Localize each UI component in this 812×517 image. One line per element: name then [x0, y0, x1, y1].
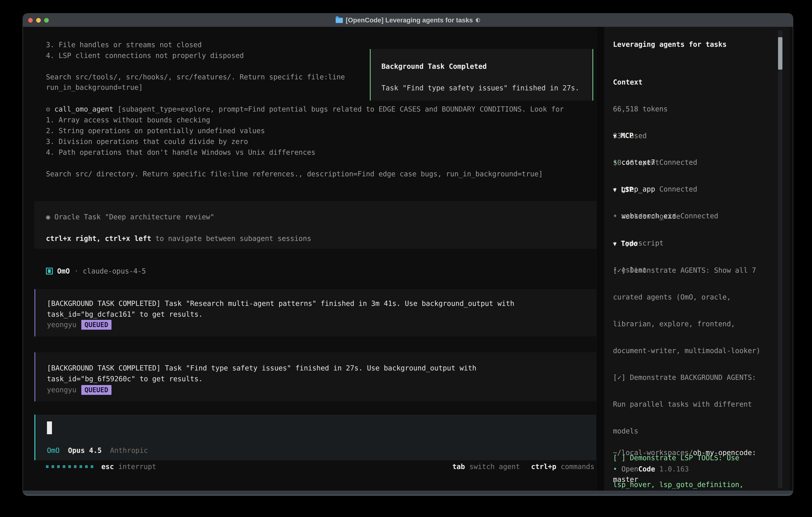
- separator-dot: ·: [74, 267, 78, 275]
- transcript-line: Search src/tools/, src/hooks/, src/featu…: [46, 72, 345, 82]
- tab-key-hint: tab: [452, 463, 465, 471]
- bg-task-meta: yeongyu QUEUED: [47, 318, 112, 331]
- tool-call-item: 4. Path operations that don't handle Win…: [46, 147, 316, 158]
- transcript-line: 3. File handles or streams not closed: [46, 39, 202, 50]
- bg-task-line: [BACKGROUND TASK COMPLETED] Task "Resear…: [47, 298, 514, 309]
- todo-line: [✓] Demonstrate AGENTS: Show all 7: [613, 265, 769, 276]
- bg-task-meta: yeongyu QUEUED: [47, 383, 112, 396]
- bullet-icon: •: [613, 465, 617, 473]
- sidebar-scrollbar-thumb[interactable]: [778, 37, 782, 70]
- esc-key-label: interrupt: [118, 463, 156, 471]
- active-agent: OmO: [47, 446, 60, 455]
- esc-key-hint: esc: [101, 463, 114, 471]
- tool-call-item: 2. String operations on potentially unde…: [46, 125, 265, 136]
- lsp-item: • markdown-oxide: [613, 211, 680, 222]
- toast-title: Background Task Completed: [381, 61, 592, 72]
- username: yeongyu: [47, 386, 77, 394]
- bg-task-message: [BACKGROUND TASK COMPLETED] Task "Resear…: [34, 289, 597, 336]
- window-titlebar[interactable]: [OpenCode] Leveraging agents for tasks: [23, 13, 793, 27]
- tool-call-item: 1. Array access without bounds checking: [46, 114, 210, 125]
- todo-line: document-writer, multimodal-looker): [613, 345, 769, 356]
- workspace-path: ~/local-workspaces/oh-my-opencode:: [613, 447, 756, 458]
- oracle-task-hint: ctrl+x right, ctrl+x left to navigate be…: [46, 233, 311, 244]
- todo-line: Run parallel tasks with different: [613, 399, 769, 410]
- loading-circle-icon: [476, 18, 480, 22]
- traffic-lights: [28, 13, 49, 27]
- ctrlp-key-hint: ctrl+p: [531, 463, 556, 471]
- zoom-button[interactable]: [44, 18, 49, 23]
- model-name: claude-opus-4-5: [83, 267, 146, 275]
- tool-call-line: ⚙ call_omo_agent [subagent_type=explore,…: [46, 104, 564, 114]
- close-button[interactable]: [28, 18, 33, 23]
- ctrlp-key-label: commands: [561, 463, 594, 471]
- todo-line: [✓] Demonstrate BACKGROUND AGENTS:: [613, 372, 769, 383]
- bg-task-message: [BACKGROUND TASK COMPLETED] Task "Find t…: [34, 352, 597, 402]
- username: yeongyu: [47, 321, 77, 329]
- bullet-icon: •: [613, 158, 617, 166]
- tool-call-item: 3. Division operations that could divide…: [46, 136, 248, 147]
- record-icon: ◉: [46, 213, 50, 221]
- active-model: Opus 4.5: [68, 446, 102, 455]
- mcp-item: • context7 Connected: [613, 157, 718, 168]
- sidebar-scrollbar[interactable]: [778, 30, 782, 488]
- bg-task-line: task_id="bg_6f59260c" to get results.: [47, 374, 203, 384]
- chevron-down-icon: ▼: [613, 186, 617, 193]
- window-bottom-edge: [23, 491, 793, 495]
- agent-name: OmO: [57, 267, 70, 275]
- lsp-section-header[interactable]: ▼ LSP: [613, 184, 680, 195]
- status-badge: QUEUED: [81, 385, 112, 395]
- shortcut-keys: ctrl+x right, ctrl+x left: [46, 235, 151, 243]
- chevron-down-icon: ▼: [613, 240, 617, 247]
- agent-model-line: OmO · claude-opus-4-5: [46, 266, 146, 276]
- text-cursor: [47, 421, 52, 434]
- model-provider: Anthropic: [110, 446, 148, 455]
- bullet-icon: •: [613, 212, 617, 220]
- bg-task-line: task_id="bg_dcfac161" to get results.: [47, 309, 203, 320]
- tab-key-label: switch agent: [469, 463, 520, 471]
- tool-call-name: call_omo_agent: [54, 105, 113, 113]
- todo-line: curated agents (OmO, oracle,: [613, 292, 769, 302]
- toast-notification[interactable]: Background Task Completed Task "Find typ…: [370, 49, 593, 101]
- context-tokens: 66,518 tokens: [613, 104, 668, 114]
- oracle-task-title: ◉ Oracle Task "Deep architecture review": [46, 212, 214, 222]
- tool-call-tail: Search src/ directory. Return specific f…: [46, 168, 543, 179]
- folder-icon: [336, 18, 343, 23]
- panel-divider: [597, 27, 604, 491]
- session-title: Leveraging agents for tasks: [613, 39, 727, 50]
- oracle-task-box[interactable]: ◉ Oracle Task "Deep architecture review"…: [34, 201, 597, 249]
- sidebar: Leveraging agents for tasks Context 66,5…: [604, 27, 790, 491]
- context-heading: Context: [613, 77, 668, 87]
- version-line: • OpenCode 1.0.163: [613, 464, 689, 474]
- tool-call-args: [subagent_type=explore, prompt=Find pote…: [113, 105, 564, 113]
- prompt-input[interactable]: OmO Opus 4.5 Anthropic: [34, 415, 596, 460]
- transcript-line: 4. LSP client connections not properly d…: [46, 50, 244, 61]
- progress-dots-icon: [46, 465, 93, 468]
- git-branch: master: [613, 474, 756, 485]
- gear-icon: ⚙: [46, 105, 50, 113]
- input-footer: OmO Opus 4.5 Anthropic: [47, 445, 148, 456]
- minimize-button[interactable]: [36, 18, 41, 23]
- chevron-down-icon: ▼: [613, 132, 617, 139]
- toast-body: Task "Find type safety issues" finished …: [381, 83, 592, 93]
- status-bar: esc interrupt tab switch agent ctrl+p co…: [46, 461, 594, 472]
- window-title: [OpenCode] Leveraging agents for tasks: [346, 17, 473, 24]
- app-window: [OpenCode] Leveraging agents for tasks 3…: [23, 13, 793, 496]
- transcript-line: run_in_background=true]: [46, 82, 143, 93]
- todo-line: librarian, explore, frontend,: [613, 319, 769, 329]
- mcp-section-header[interactable]: ▼ MCP: [613, 130, 718, 141]
- todo-section-header[interactable]: ▼ Todo: [613, 238, 769, 249]
- desktop: [OpenCode] Leveraging agents for tasks 3…: [0, 0, 812, 517]
- omo-agent-icon: [46, 268, 53, 274]
- status-badge: QUEUED: [81, 320, 112, 330]
- bg-task-line: [BACKGROUND TASK COMPLETED] Task "Find t…: [47, 363, 476, 374]
- window-title-row: [OpenCode] Leveraging agents for tasks: [336, 17, 480, 24]
